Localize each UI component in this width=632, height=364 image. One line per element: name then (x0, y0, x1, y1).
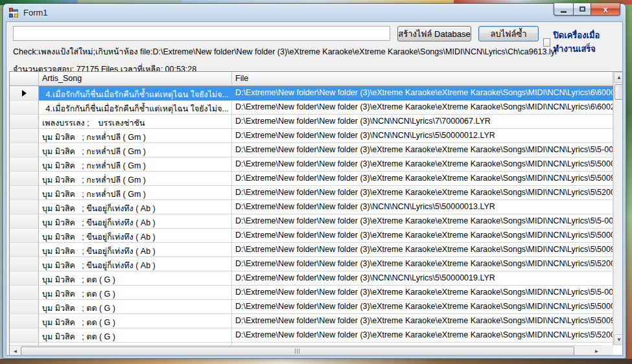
table-row[interactable]: บุม มิวสิค ; กะหล่ำปลี ( Gm ) D:\Extreme… (10, 129, 613, 143)
row-header-cell[interactable] (10, 157, 39, 172)
scrollbar-corner (602, 345, 613, 356)
artis-song-cell[interactable]: บุม มิวสิค ; กะหล่ำปลี ( Gm ) (39, 143, 232, 157)
file-cell[interactable]: D:\Extreme\New folder\New folder (3)\eXt… (232, 100, 613, 115)
row-header-cell[interactable] (10, 129, 39, 143)
artis-song-cell[interactable]: บุม มิวสิค ; กะหล่ำปลี ( Gm ) (39, 157, 232, 172)
table-row[interactable]: บุม มิวสิค ; ขืนอยู่ก็เท่งทึง ( Ab ) D:\… (10, 229, 613, 243)
file-cell[interactable]: D:\Extreme\New folder\New folder (3)\eXt… (232, 328, 613, 343)
table-row[interactable]: บุม มิวสิค ; กะหล่ำปลี ( Gm ) D:\Extreme… (10, 186, 613, 200)
column-header-file[interactable]: File (232, 72, 613, 85)
window-title: Form1 (23, 8, 48, 17)
table-row[interactable]: 4.เมื่อรักกันก็ชื่นเมื่อรักคืนก็ช้ำแต่เห… (10, 100, 613, 115)
file-cell[interactable]: D:\Extreme\New folder\New folder (3)\eXt… (232, 257, 613, 271)
row-header-cell[interactable] (10, 271, 39, 286)
artis-song-cell[interactable]: บุม มิวสิค ; กะหล่ำปลี ( Gm ) (39, 129, 232, 143)
row-header-cell[interactable] (10, 243, 39, 257)
artis-song-cell[interactable]: บุม มิวสิค ; ตด ( G ) (39, 314, 232, 328)
form-icon (9, 8, 19, 18)
table-row[interactable]: บุม มิวสิค ; กะหล่ำปลี ( Gm ) D:\Extreme… (10, 143, 613, 157)
artis-song-cell[interactable]: บุม มิวสิค ; ตด ( G ) (39, 286, 232, 300)
artis-song-cell[interactable]: บุม มิวสิค ; ตด ( G ) (39, 271, 232, 286)
file-cell[interactable]: D:\Extreme\New folder\New folder (3)\eXt… (232, 86, 613, 100)
scroll-right-arrow-icon[interactable]: ► (591, 346, 602, 356)
table-row[interactable]: บุม มิวสิค ; กะหล่ำปลี ( Gm ) D:\Extreme… (10, 157, 613, 172)
check-status-text: Check:เพลงแป้งใส่ใหม่;เกิบหน้าห้อง file:… (13, 45, 557, 58)
table-row[interactable]: บุม มิวสิค ; ขืนอยู่ก็เท่งทึง ( Ab ) D:\… (10, 200, 613, 214)
create-database-button[interactable]: สร้างไฟล์ Database (397, 26, 471, 41)
file-cell[interactable]: D:\Extreme\New folder\New folder (3)\eXt… (232, 172, 613, 186)
artis-song-cell[interactable]: บุม มิวสิค ; ขืนอยู่ก็เท่งทึง ( Ab ) (39, 214, 232, 229)
horizontal-scrollbar[interactable]: ◄ ► (10, 345, 602, 356)
shutdown-checkbox-label: ปิดเครื่องเมื่อทำงานเสร็จ (554, 28, 622, 56)
row-header-cell[interactable] (10, 86, 39, 100)
artis-song-cell[interactable]: บุม มิวสิค ; ขืนอยู่ก็เท่งทึง ( Ab ) (39, 229, 232, 243)
file-cell[interactable]: D:\Extreme\New folder\New folder (3)\eXt… (232, 229, 613, 243)
row-header-cell[interactable] (10, 286, 39, 300)
maximize-icon (579, 6, 585, 12)
table-row[interactable]: บุม มิวสิค ; กะหล่ำปลี ( Gm ) D:\Extreme… (10, 172, 613, 186)
minimize-button[interactable] (554, 3, 573, 16)
row-header-cell[interactable] (10, 200, 39, 214)
table-row[interactable]: บุม มิวสิค ; ตด ( G ) D:\Extreme\New fol… (10, 328, 613, 343)
row-header-cell[interactable] (10, 186, 39, 200)
horizontal-scrollbar-thumb[interactable] (21, 347, 574, 356)
artis-song-cell[interactable]: 4.เมื่อรักกันก็ชื่นเมื่อรักคืนก็ช้ำแต่เห… (39, 100, 232, 115)
file-cell[interactable]: D:\Extreme\New folder\New folder (3)\eXt… (232, 300, 613, 314)
row-header-cell[interactable] (10, 229, 39, 243)
table-row[interactable]: บุม มิวสิค ; ตด ( G ) D:\Extreme\New fol… (10, 300, 613, 314)
table-row[interactable]: บุม มิวสิค ; ขืนอยู่ก็เท่งทึง ( Ab ) D:\… (10, 257, 613, 271)
file-cell[interactable]: D:\Extreme\New folder\New folder (3)\eXt… (232, 243, 613, 257)
table-row[interactable]: บุม มิวสิค ; ตด ( G ) D:\Extreme\New fol… (10, 314, 613, 328)
grid-corner-header[interactable] (10, 72, 39, 85)
artis-song-cell[interactable]: บุม มิวสิค ; กะหล่ำปลี ( Gm ) (39, 172, 232, 186)
artis-song-cell[interactable]: บุม มิวสิค ; ตด ( G ) (39, 300, 232, 314)
results-grid: Artis_Song File 4.เมื่อรักกันก็ชื่นเมื่อ… (9, 71, 623, 356)
vertical-scrollbar[interactable]: ▲ ▼ (613, 72, 623, 345)
table-row[interactable]: บุม มิวสิค ; ตด ( G ) D:\Extreme\New fol… (10, 286, 613, 300)
row-header-cell[interactable] (10, 143, 39, 157)
scroll-up-arrow-icon[interactable]: ▲ (614, 72, 623, 83)
file-cell[interactable]: D:\Extreme\New folder\New folder (3)\NCN… (232, 129, 613, 143)
artis-song-cell[interactable]: บุม มิวสิค ; ขืนอยู่ก็เท่งทึง ( Ab ) (39, 257, 232, 271)
file-cell[interactable]: D:\Extreme\New folder\New folder (3)\eXt… (232, 157, 613, 172)
file-cell[interactable]: D:\Extreme\New folder\New folder (3)\eXt… (232, 143, 613, 157)
row-header-cell[interactable] (10, 100, 39, 115)
file-cell[interactable]: D:\Extreme\New folder\New folder (3)\NCN… (232, 200, 613, 214)
file-cell[interactable]: D:\Extreme\New folder\New folder (3)\eXt… (232, 286, 613, 300)
scroll-left-arrow-icon[interactable]: ◄ (10, 346, 21, 356)
file-cell[interactable]: D:\Extreme\New folder\New folder (3)\NCN… (232, 115, 613, 129)
row-header-cell[interactable] (10, 257, 39, 271)
scroll-down-arrow-icon[interactable]: ▼ (614, 334, 623, 345)
close-button[interactable]: x (591, 3, 620, 16)
maximize-button[interactable] (573, 3, 591, 16)
client-area: สร้างไฟล์ Database ลบไฟล์ซ้ำ ปิดเครื่องเ… (6, 21, 623, 356)
artis-song-cell[interactable]: บุม มิวสิค ; กะหล่ำปลี ( Gm ) (39, 186, 232, 200)
row-header-cell[interactable] (10, 115, 39, 129)
table-row[interactable]: บุม มิวสิค ; ตด ( G ) D:\Extreme\New fol… (10, 271, 613, 286)
table-row[interactable]: เพลงบรรเลง ; บรรเลงช่าชัน D:\Extreme\New… (10, 115, 613, 129)
row-header-cell[interactable] (10, 328, 39, 343)
artis-song-cell[interactable]: บุม มิวสิค ; ขืนอยู่ก็เท่งทึง ( Ab ) (39, 200, 232, 214)
row-header-cell[interactable] (10, 314, 39, 328)
close-icon: x (603, 5, 607, 14)
vertical-scrollbar-thumb[interactable] (614, 84, 623, 100)
minimize-icon (561, 11, 567, 13)
file-cell[interactable]: D:\Extreme\New folder\New folder (3)\eXt… (232, 186, 613, 200)
table-row[interactable]: บุม มิวสิค ; ขืนอยู่ก็เท่งทึง ( Ab ) D:\… (10, 214, 613, 229)
row-header-cell[interactable] (10, 172, 39, 186)
row-header-cell[interactable] (10, 300, 39, 314)
delete-duplicates-button[interactable]: ลบไฟล์ซ้ำ (478, 26, 539, 41)
row-header-cell[interactable] (10, 214, 39, 229)
artis-song-cell[interactable]: บุม มิวสิค ; ตด ( G ) (39, 328, 232, 343)
file-cell[interactable]: D:\Extreme\New folder\New folder (3)\eXt… (232, 314, 613, 328)
file-cell[interactable]: D:\Extreme\New folder\New folder (3)\NCN… (232, 271, 613, 286)
table-row[interactable]: 4.เมื่อรักกันก็ชื่นเมื่อรักคืนก็ช้ำแต่เห… (10, 86, 613, 100)
artis-song-cell[interactable]: บุม มิวสิค ; ขืนอยู่ก็เท่งทึง ( Ab ) (39, 243, 232, 257)
table-row[interactable]: บุม มิวสิค ; ขืนอยู่ก็เท่งทึง ( Ab ) D:\… (10, 243, 613, 257)
file-cell[interactable]: D:\Extreme\New folder\New folder (3)\eXt… (232, 214, 613, 229)
artis-song-cell[interactable]: เพลงบรรเลง ; บรรเลงช่าชัน (39, 115, 232, 129)
column-header-artis-song[interactable]: Artis_Song (39, 72, 232, 85)
path-input[interactable] (13, 26, 390, 41)
artis-song-cell[interactable]: 4.เมื่อรักกันก็ชื่นเมื่อรักคืนก็ช้ำแต่เห… (39, 86, 232, 100)
title-bar[interactable]: Form1 x (3, 4, 626, 21)
